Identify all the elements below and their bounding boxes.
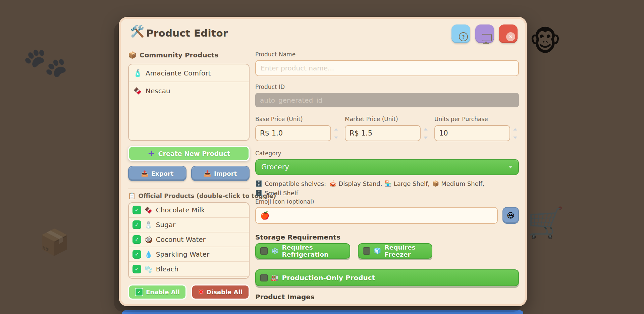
emoji-icon-input[interactable] <box>255 207 498 224</box>
community-products-label: Community Products <box>140 51 218 59</box>
paw-print-icon: 🐾 <box>19 38 71 88</box>
list-item-label: Sugar <box>156 221 176 229</box>
checkbox-checked[interactable]: ✓ <box>132 220 141 229</box>
monitor-icon <box>482 34 492 41</box>
product-id-input <box>255 93 519 107</box>
market-price-label: Market Price (Unit) <box>345 116 398 122</box>
list-item-nescau[interactable]: 🍫 Nescau <box>129 82 249 99</box>
chocolate-icon: 🍫 <box>133 88 142 94</box>
emoji-picker-button[interactable]: 😃 <box>502 207 519 224</box>
arrow-down-icon[interactable] <box>513 137 517 139</box>
checkbox-unchecked[interactable] <box>363 247 370 255</box>
bottom-panel-edge <box>122 310 523 314</box>
checkbox-checked[interactable]: ✓ <box>132 250 141 259</box>
import-button[interactable]: 📥 Import <box>191 166 250 181</box>
units-stepper[interactable] <box>513 128 517 139</box>
category-select[interactable]: Grocery <box>255 159 519 175</box>
market-price-stepper[interactable] <box>424 128 428 139</box>
droplet-icon: 💧 <box>145 251 153 258</box>
product-name-input[interactable] <box>255 60 519 76</box>
bubbles-icon: 🫧 <box>145 266 153 272</box>
list-item-bleach[interactable]: ✓ 🫧 Bleach <box>129 262 249 277</box>
disable-all-label: Disable All <box>206 289 243 296</box>
units-per-purchase-input[interactable] <box>434 125 510 141</box>
arrow-up-icon[interactable] <box>334 128 338 130</box>
shelf-label: Display Stand, <box>338 180 382 187</box>
list-item-amaciante[interactable]: 🧴 Amaciante Comfort <box>129 64 249 82</box>
package-icon: 📦 <box>432 181 439 187</box>
production-only-label: Production-Only Product <box>282 274 375 282</box>
checkbox-unchecked[interactable] <box>260 274 268 281</box>
base-price-stepper[interactable] <box>334 128 338 139</box>
arrow-down-icon[interactable] <box>334 137 338 139</box>
coconut-icon: 🥥 <box>145 237 153 243</box>
shelf-label: Large Shelf, <box>394 180 430 187</box>
question-icon: ? <box>459 32 468 41</box>
shelf-medium: 📦 Medium Shelf, <box>432 180 484 187</box>
shelf-large: 🏪 Large Shelf, <box>384 180 430 187</box>
create-new-product-button[interactable]: + Create New Product <box>128 146 250 161</box>
arrow-up-icon[interactable] <box>424 128 428 130</box>
checkbox-checked[interactable]: ✓ <box>132 206 141 214</box>
list-item-label: Nescau <box>146 87 170 95</box>
list-item-sparkling-water[interactable]: ✓ 💧 Sparkling Water <box>129 247 249 262</box>
monkey-icon: 🐵 <box>529 25 561 57</box>
arrow-down-icon[interactable] <box>424 137 428 139</box>
tent-icon: 🎪 <box>329 181 336 187</box>
divider <box>128 189 250 189</box>
units-per-purchase-label: Units per Purchase <box>434 116 488 122</box>
checkbox-unchecked[interactable] <box>260 247 268 255</box>
export-button-label: Export <box>151 170 174 177</box>
list-item-chocolate-milk[interactable]: ✓ 🍫 Chocolate Milk <box>129 203 249 218</box>
check-icon: ✓ <box>135 288 143 296</box>
package-icon: 📦 <box>128 52 137 58</box>
clipboard-icon: 📋 <box>128 193 136 199</box>
requires-freezer-toggle[interactable]: 🧊 Requires Freezer <box>358 243 432 259</box>
x-icon: ✖ <box>198 289 204 295</box>
product-name-label: Product Name <box>255 51 296 58</box>
base-price-label: Base Price (Unit) <box>255 116 303 122</box>
checkbox-checked[interactable]: ✓ <box>132 265 141 273</box>
chocolate-icon: 🍫 <box>145 207 153 213</box>
snowflake-icon: ❄️ <box>271 248 278 254</box>
community-products-header: 📦 Community Products <box>128 51 218 59</box>
base-price-input[interactable] <box>255 125 331 141</box>
community-products-list: 🧴 Amaciante Comfort 🍫 Nescau <box>128 64 250 141</box>
list-item-coconut-water[interactable]: ✓ 🥥 Coconut Water <box>129 232 249 247</box>
display-mode-button[interactable] <box>475 24 494 43</box>
list-item-partial[interactable]: ✓ <box>129 277 249 279</box>
disable-all-button[interactable]: ✖ Disable All <box>191 284 250 300</box>
requires-refrigeration-toggle[interactable]: ❄️ Requires Refrigeration <box>255 243 350 259</box>
storage-requirements-heading: Storage Requirements <box>255 233 340 241</box>
list-item-label: Coconut Water <box>156 235 206 244</box>
export-button[interactable]: 📤 Export <box>128 166 186 181</box>
salt-shaker-icon: 🧂 <box>145 222 153 228</box>
enable-all-button[interactable]: ✓ Enable All <box>128 284 186 300</box>
shelf-label: Medium Shelf, <box>441 180 484 187</box>
shopping-cart-icon: 🛒 <box>527 205 564 240</box>
list-item-sugar[interactable]: ✓ 🧂 Sugar <box>129 218 249 232</box>
shelf-display-stand: 🎪 Display Stand, <box>329 180 382 187</box>
production-only-toggle[interactable]: 🏭 Production-Only Product <box>255 269 519 286</box>
checkbox-checked[interactable]: ✓ <box>132 235 141 244</box>
close-button[interactable]: ✕ <box>499 24 518 43</box>
list-item-label: Sparkling Water <box>156 250 209 258</box>
cabinet-icon: 🗄️ <box>255 181 262 187</box>
market-price-input[interactable] <box>345 125 421 141</box>
plus-icon: + <box>148 149 155 158</box>
chevron-down-icon <box>508 166 513 168</box>
list-item-label: Bleach <box>156 265 179 273</box>
product-images-heading: Product Images <box>255 293 315 301</box>
freezer-label: Requires Freezer <box>384 244 427 258</box>
lotion-bottle-icon: 🧴 <box>133 70 142 76</box>
shelf-label: Small Shelf <box>264 190 298 197</box>
compatible-shelves-label: Compatible shelves: <box>265 180 326 187</box>
outbox-icon: 📤 <box>141 171 148 176</box>
arrow-up-icon[interactable] <box>513 128 517 130</box>
compatible-shelves-row: 🗄️ Compatible shelves: 🎪 Display Stand, … <box>255 180 524 197</box>
store-icon: 🏪 <box>384 181 391 187</box>
shelf-small: 🗄️ Small Shelf <box>255 190 298 197</box>
close-icon: ✕ <box>506 32 515 41</box>
help-button[interactable]: ? <box>451 24 470 43</box>
category-value: Grocery <box>261 163 289 171</box>
